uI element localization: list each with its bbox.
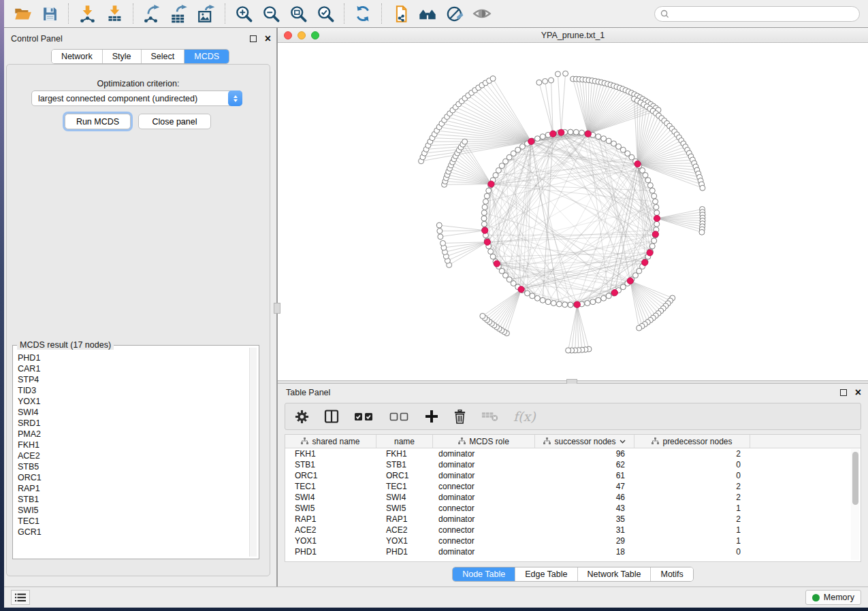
tab-mcds[interactable]: MCDS [184, 50, 229, 63]
network-node[interactable] [699, 229, 705, 235]
close-panel-button[interactable]: Close panel [138, 114, 211, 129]
mcds-result-item[interactable]: TID3 [18, 385, 249, 396]
network-node[interactable] [654, 210, 660, 216]
search-box[interactable] [654, 6, 860, 22]
tab-edge-table[interactable]: Edge Table [515, 567, 577, 581]
mcds-result-item[interactable]: SWI4 [18, 407, 249, 418]
network-node[interactable] [530, 293, 535, 299]
network-node[interactable] [438, 234, 443, 240]
column-header-shared-name[interactable]: shared name [285, 435, 376, 448]
mcds-result-item[interactable]: YOX1 [18, 396, 249, 407]
mcds-result-item[interactable]: ORC1 [18, 472, 249, 483]
mcds-result-item[interactable]: SWI5 [18, 505, 249, 516]
close-panel-icon[interactable]: × [265, 35, 271, 42]
table-row[interactable]: RAP1RAP1dominator352 [285, 514, 861, 525]
network-node[interactable] [490, 254, 496, 259]
mcds-result-item[interactable]: STB1 [18, 494, 249, 505]
search-input[interactable] [673, 9, 854, 18]
network-node[interactable] [480, 313, 485, 318]
zoom-selected-icon[interactable] [315, 3, 336, 24]
mcds-result-item[interactable]: RAP1 [18, 483, 249, 494]
network-node[interactable] [540, 297, 545, 303]
table-row[interactable]: SWI4SWI4dominator462 [285, 492, 861, 503]
network-node[interactable] [525, 291, 530, 296]
network-node[interactable] [649, 188, 655, 193]
add-column-icon[interactable] [425, 410, 438, 423]
network-graph[interactable] [278, 43, 868, 380]
select-all-icon[interactable] [354, 411, 374, 422]
network-node[interactable] [606, 293, 611, 299]
float-table-panel-icon[interactable] [840, 389, 847, 396]
network-node[interactable] [645, 178, 651, 183]
mcds-node[interactable] [484, 239, 490, 245]
mcds-node[interactable] [642, 259, 648, 265]
mcds-node[interactable] [611, 290, 617, 296]
show-graphics-details-icon[interactable] [472, 3, 492, 24]
network-node[interactable] [440, 240, 446, 246]
network-node[interactable] [555, 71, 560, 77]
column-header-predecessor-nodes[interactable]: predecessor nodes [634, 435, 750, 448]
run-mcds-button[interactable]: Run MCDS [65, 114, 131, 129]
network-node[interactable] [437, 228, 443, 233]
mcds-node[interactable] [558, 129, 564, 135]
import-network-icon[interactable] [77, 3, 97, 24]
mcds-result-item[interactable]: FKH1 [18, 440, 249, 450]
network-node[interactable] [563, 71, 568, 76]
network-node[interactable] [654, 221, 660, 227]
network-node[interactable] [481, 216, 487, 221]
network-node[interactable] [486, 188, 492, 193]
network-node[interactable] [484, 193, 489, 199]
tab-select[interactable]: Select [142, 50, 185, 63]
tab-node-table[interactable]: Node Table [453, 567, 515, 581]
network-node[interactable] [483, 199, 488, 204]
tab-network[interactable]: Network [52, 50, 103, 63]
mcds-result-item[interactable]: CAR1 [18, 363, 249, 374]
network-node[interactable] [640, 167, 645, 173]
network-node[interactable] [482, 204, 487, 210]
network-node[interactable] [481, 210, 487, 216]
import-table-icon[interactable] [104, 3, 125, 24]
network-node[interactable] [596, 134, 601, 139]
column-header-successor-nodes[interactable]: successor nodes [535, 435, 634, 448]
network-node[interactable] [568, 129, 573, 135]
refresh-icon[interactable] [353, 3, 373, 24]
mcds-node[interactable] [494, 261, 500, 267]
mcds-result-item[interactable]: STB5 [18, 461, 249, 472]
table-row[interactable]: PHD1PHD1dominator180 [285, 546, 861, 557]
network-node[interactable] [490, 76, 496, 81]
zoom-in-icon[interactable] [234, 3, 254, 24]
task-history-button[interactable] [11, 590, 30, 605]
mcds-node[interactable] [574, 301, 580, 308]
mcds-result-item[interactable]: STP4 [18, 374, 249, 385]
criterion-select[interactable]: largest connected component (undirected) [31, 90, 242, 106]
tab-style[interactable]: Style [103, 50, 142, 63]
mcds-node[interactable] [488, 181, 494, 187]
open-icon[interactable] [12, 3, 33, 24]
mcds-result-item[interactable]: PMA2 [18, 429, 249, 440]
network-node[interactable] [652, 193, 657, 199]
network-node[interactable] [536, 80, 542, 85]
table-row[interactable]: FKH1FKH1dominator962 [285, 448, 861, 459]
mcds-node[interactable] [482, 227, 488, 233]
network-node[interactable] [534, 136, 540, 142]
network-node[interactable] [579, 130, 585, 135]
network-node[interactable] [519, 144, 525, 149]
table-scrollbar[interactable] [851, 449, 859, 560]
network-node[interactable] [556, 301, 562, 307]
network-node[interactable] [700, 185, 705, 191]
float-panel-icon[interactable] [250, 35, 257, 42]
export-network-icon[interactable] [142, 3, 162, 24]
network-node[interactable] [566, 348, 571, 353]
settings-icon[interactable] [295, 410, 309, 424]
network-node[interactable] [534, 295, 540, 301]
column-header-MCDS-role[interactable]: MCDS role [433, 435, 535, 448]
network-node[interactable] [654, 204, 659, 210]
network-node[interactable] [652, 238, 657, 244]
network-node[interactable] [653, 199, 658, 204]
network-node[interactable] [543, 78, 548, 84]
save-icon[interactable] [39, 3, 60, 24]
network-node[interactable] [596, 297, 601, 303]
network-node[interactable] [606, 138, 611, 144]
network-node[interactable] [590, 299, 596, 305]
network-node[interactable] [647, 182, 653, 188]
